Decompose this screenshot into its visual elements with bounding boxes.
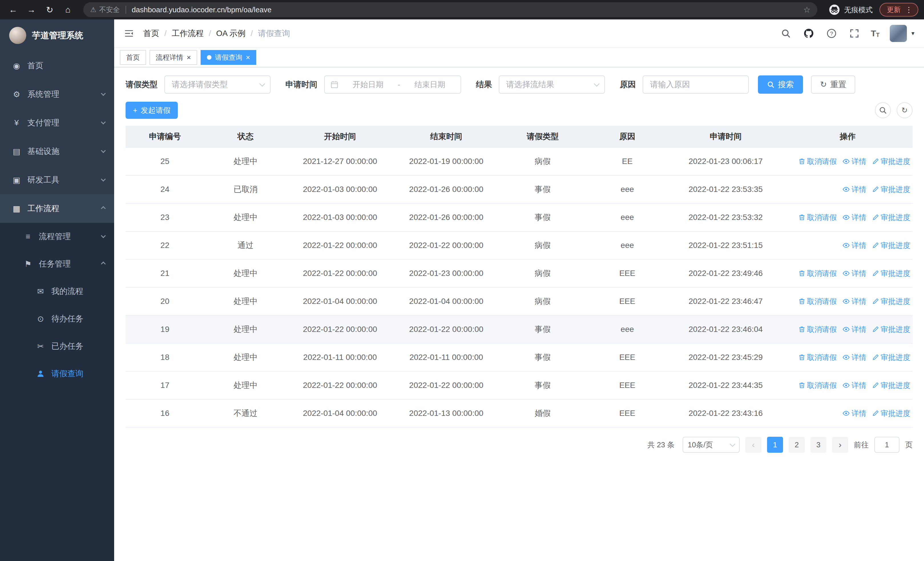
avatar[interactable]	[890, 25, 907, 42]
op-label: 审批进度	[880, 212, 910, 223]
sidebar-item-devtools[interactable]: ▣研发工具	[0, 165, 114, 194]
sidebar-item-done-task[interactable]: ✂已办任务	[0, 332, 114, 360]
progress-link[interactable]: 审批进度	[872, 381, 910, 391]
result-select[interactable]: 请选择流结果	[499, 75, 605, 94]
detail-link[interactable]: 详情	[842, 296, 866, 307]
bookmark-star-icon[interactable]: ☆	[803, 5, 810, 15]
sidebar-item-home[interactable]: ◉首页	[0, 51, 114, 80]
app-logo[interactable]: 芋道管理系统	[0, 20, 114, 51]
eye-icon	[842, 158, 850, 165]
browser-reload-icon[interactable]: ↻	[42, 2, 57, 17]
progress-link[interactable]: 审批进度	[872, 352, 910, 362]
progress-link[interactable]: 审批进度	[872, 325, 910, 334]
detail-link[interactable]: 详情	[842, 381, 866, 391]
sidebar-item-task-mgmt[interactable]: ⚑任务管理	[0, 250, 114, 278]
date-range-picker[interactable]: 开始日期 - 结束日期	[324, 75, 461, 94]
sidebar-item-infrastructure[interactable]: ▤基础设施	[0, 137, 114, 165]
sidebar-item-payment[interactable]: ¥支付管理	[0, 108, 114, 137]
page-size-select[interactable]: 10条/页	[682, 437, 740, 453]
github-icon[interactable]	[802, 27, 815, 40]
goto-label: 前往	[854, 440, 868, 450]
prev-page-button[interactable]: ‹	[746, 437, 761, 453]
detail-link[interactable]: 详情	[842, 156, 866, 167]
not-secure-warning[interactable]: ⚠ 不安全	[90, 5, 120, 14]
browser-forward-icon[interactable]: →	[24, 2, 39, 17]
search-icon[interactable]	[780, 27, 792, 40]
browser-back-icon[interactable]: ←	[6, 2, 21, 17]
leave-type-select[interactable]: 请选择请假类型	[164, 75, 270, 94]
fullscreen-icon[interactable]	[848, 27, 861, 40]
op-label: 审批进度	[880, 325, 910, 334]
cancel-link[interactable]: 取消请假	[798, 296, 837, 307]
refresh-table-icon[interactable]: ↻	[897, 102, 913, 118]
detail-link[interactable]: 详情	[842, 212, 866, 223]
cancel-link[interactable]: 取消请假	[798, 269, 837, 278]
detail-link[interactable]: 详情	[842, 325, 866, 334]
sidebar-item-workflow[interactable]: ▦工作流程	[0, 194, 114, 223]
url-text[interactable]: dashboard.yudao.iocoder.cn/bpm/oa/leave	[132, 5, 799, 14]
detail-link[interactable]: 详情	[842, 269, 866, 278]
table-row: 25处理中2021-12-27 00:00:002022-01-19 00:00…	[126, 147, 913, 175]
create-leave-button[interactable]: + 发起请假	[126, 102, 178, 119]
breadcrumb-item-0[interactable]: 首页	[143, 28, 159, 39]
breadcrumb-item-2[interactable]: OA 示例	[216, 28, 246, 39]
progress-link[interactable]: 审批进度	[872, 212, 910, 223]
page-button-2[interactable]: 2	[789, 437, 805, 453]
sidebar-item-process-mgmt[interactable]: ≡流程管理	[0, 223, 114, 250]
progress-link[interactable]: 审批进度	[872, 409, 910, 418]
close-icon[interactable]: ×	[187, 54, 191, 61]
table-row: 18处理中2022-01-11 00:00:002022-01-11 00:00…	[126, 343, 913, 371]
progress-link[interactable]: 审批进度	[872, 156, 910, 167]
detail-link[interactable]: 详情	[842, 241, 866, 251]
goto-page-input[interactable]	[874, 437, 900, 453]
cancel-link[interactable]: 取消请假	[798, 325, 837, 334]
search-button[interactable]: 搜索	[758, 75, 803, 94]
browser-home-icon[interactable]: ⌂	[60, 2, 75, 17]
tab-home[interactable]: 首页	[120, 50, 146, 65]
sidebar-collapse-icon[interactable]	[123, 27, 135, 40]
detail-link[interactable]: 详情	[842, 409, 866, 418]
sidebar-item-label: 我的流程	[51, 286, 83, 297]
reset-button[interactable]: ↻ 重置	[811, 75, 855, 94]
reason-input[interactable]	[650, 80, 741, 89]
tab-process-detail[interactable]: 流程详情×	[150, 50, 197, 65]
breadcrumb-separator: /	[164, 29, 166, 38]
cancel-link[interactable]: 取消请假	[798, 212, 837, 223]
address-bar[interactable]: ⚠ 不安全 dashboard.yudao.iocoder.cn/bpm/oa/…	[83, 2, 817, 17]
sidebar-item-system[interactable]: ⚙系统管理	[0, 80, 114, 108]
page-button-3[interactable]: 3	[810, 437, 826, 453]
trash-icon	[798, 270, 805, 277]
detail-link[interactable]: 详情	[842, 185, 866, 194]
progress-link[interactable]: 审批进度	[872, 269, 910, 278]
cancel-link[interactable]: 取消请假	[798, 381, 837, 391]
chevron-down-icon	[101, 233, 106, 238]
cell-start: 2022-01-03 00:00:00	[287, 175, 393, 203]
start-date-placeholder[interactable]: 开始日期	[343, 80, 393, 90]
detail-link[interactable]: 详情	[842, 352, 866, 362]
sidebar-item-label: 首页	[27, 60, 44, 71]
leave-type-label: 请假类型	[126, 79, 158, 90]
progress-link[interactable]: 审批进度	[872, 185, 910, 194]
sidebar-item-todo-task[interactable]: ⊙待办任务	[0, 305, 114, 332]
end-date-placeholder[interactable]: 结束日期	[405, 80, 455, 90]
user-menu[interactable]: ▼	[890, 25, 915, 42]
sidebar-item-my-process[interactable]: ✉我的流程	[0, 278, 114, 305]
progress-link[interactable]: 审批进度	[872, 296, 910, 307]
close-icon[interactable]: ×	[246, 54, 250, 61]
browser-menu-icon[interactable]: ⋮	[905, 6, 913, 14]
breadcrumb-item-1[interactable]: 工作流程	[172, 28, 204, 39]
help-icon[interactable]: ?	[825, 27, 838, 40]
toggle-search-icon[interactable]	[875, 102, 891, 118]
progress-link[interactable]: 审批进度	[872, 241, 910, 251]
browser-update-button[interactable]: 更新 ⋮	[879, 3, 918, 17]
cancel-link[interactable]: 取消请假	[798, 352, 837, 362]
page-button-1[interactable]: 1	[767, 437, 783, 453]
cell-reason: EEE	[586, 287, 669, 315]
table-row: 21处理中2022-01-22 00:00:002022-01-23 00:00…	[126, 259, 913, 287]
next-page-button[interactable]: ›	[832, 437, 848, 453]
cancel-link[interactable]: 取消请假	[798, 156, 837, 167]
sidebar-item-leave-query[interactable]: 请假查询	[0, 360, 114, 387]
tab-leave-query[interactable]: 请假查询×	[201, 50, 256, 65]
reset-button-label: 重置	[830, 79, 846, 90]
font-size-icon[interactable]: TT	[871, 29, 880, 38]
